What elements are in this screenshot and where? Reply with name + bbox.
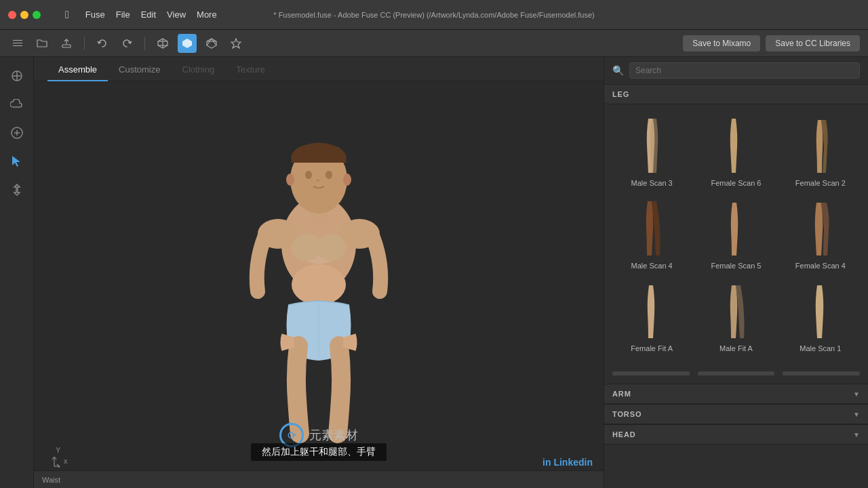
svg-point-30 xyxy=(316,234,346,261)
thumbnail-label: Female Fit A xyxy=(631,344,673,352)
titlebar-menu:  Fuse File Edit View More xyxy=(65,9,217,21)
tab-texture: Texture xyxy=(225,59,276,81)
toolbar-divider xyxy=(84,37,85,50)
chevron-down-icon: ▼ xyxy=(853,431,860,439)
thumbnail-male-scan-3 xyxy=(631,115,672,176)
svg-point-27 xyxy=(286,174,294,186)
left-sidebar xyxy=(0,57,34,488)
section-label-head: HEAD xyxy=(612,430,636,439)
thumbnail-label: Male Scan 3 xyxy=(631,179,673,187)
toolbar-divider2 xyxy=(144,37,145,50)
thumbnail-label: Male Fit A xyxy=(719,344,753,352)
sidebar-select-icon[interactable] xyxy=(5,149,29,174)
maximize-button[interactable] xyxy=(33,11,41,19)
svg-marker-19 xyxy=(14,184,20,195)
list-item[interactable]: Female Fit A xyxy=(610,275,694,358)
thumbnail-female-fit-a xyxy=(631,281,672,342)
toolbar-upload-button[interactable] xyxy=(57,34,76,53)
minimize-button[interactable] xyxy=(20,11,28,19)
search-input[interactable] xyxy=(629,62,860,79)
thumbnail-female-scan-6 xyxy=(715,115,756,176)
search-icon: 🔍 xyxy=(612,65,624,76)
section-header-leg[interactable]: LEG xyxy=(604,85,868,104)
toolbar-folder-button[interactable] xyxy=(33,34,52,53)
thumbnail-label: Male Scan 4 xyxy=(631,262,673,270)
tab-customize[interactable]: Customize xyxy=(108,59,171,81)
toolbar: Save to Mixamo Save to CC Libraries xyxy=(0,30,868,57)
thumbnail-male-fit-a xyxy=(715,281,756,342)
toolbar-home-button[interactable] xyxy=(8,34,27,53)
svg-point-31 xyxy=(292,264,346,305)
toolbar-redo-button[interactable] xyxy=(117,34,136,53)
list-item[interactable]: Female Scan 6 xyxy=(694,110,778,192)
svg-rect-0 xyxy=(13,40,22,41)
svg-rect-1 xyxy=(13,43,22,43)
thumbnail-label: Female Scan 2 xyxy=(795,179,846,187)
chevron-down-icon: ▼ xyxy=(853,411,860,418)
toolbar-undo-button[interactable] xyxy=(93,34,112,53)
thumbnail-female-scan-4 xyxy=(800,198,841,259)
thumbnail-label: Male Scan 1 xyxy=(800,344,841,352)
subtitle-overlay: 然后加上躯干和腿部、手臂 xyxy=(251,443,387,461)
thumbnail-label: Female Scan 6 xyxy=(711,179,762,187)
axis-y-label: Y xyxy=(56,446,68,454)
menu-view[interactable]: View xyxy=(167,9,186,20)
watermark-text: 元素素材 xyxy=(309,427,358,443)
list-item[interactable]: Female Scan 4 xyxy=(778,192,863,275)
menu-more[interactable]: More xyxy=(197,9,217,20)
list-item[interactable]: Male Fit A xyxy=(694,275,778,358)
axis-x-label: x xyxy=(64,457,68,465)
panel-content[interactable]: LEG Male Scan 3 Female Scan 6 xyxy=(604,85,868,488)
axis-indicator: Y x xyxy=(47,446,68,468)
leg-extra-row xyxy=(604,363,868,384)
sidebar-transform-icon[interactable] xyxy=(5,64,29,88)
svg-point-28 xyxy=(343,174,351,186)
section-header-head[interactable]: HEAD ▼ xyxy=(604,424,868,445)
tab-bar: Assemble Customize Clothing Texture xyxy=(34,57,604,81)
close-button[interactable] xyxy=(8,11,16,19)
right-panel: 🔍 LEG Male Scan 3 xyxy=(604,57,868,488)
toolbar-right-actions: Save to Mixamo Save to CC Libraries xyxy=(683,35,860,52)
thumbnail-label: Female Scan 4 xyxy=(795,262,846,270)
toolbar-solid-button[interactable] xyxy=(178,34,197,53)
svg-rect-2 xyxy=(13,45,22,46)
apple-logo-icon:  xyxy=(65,9,69,21)
svg-marker-11 xyxy=(231,39,241,48)
canvas-area[interactable]: Assemble Customize Clothing Texture xyxy=(34,57,604,488)
menu-fuse[interactable]: Fuse xyxy=(85,9,105,20)
traffic-lights xyxy=(8,11,41,19)
search-bar: 🔍 xyxy=(604,57,868,85)
list-item[interactable]: Male Scan 4 xyxy=(610,192,694,275)
window-title: * Fusemodel.fuse - Adobe Fuse CC (Previe… xyxy=(273,11,594,19)
tab-clothing: Clothing xyxy=(172,59,226,81)
menu-file[interactable]: File xyxy=(116,9,130,20)
toolbar-3d-button[interactable] xyxy=(153,34,172,53)
section-label-torso: TORSO xyxy=(612,410,642,418)
linkedin-badge: in Linkedin xyxy=(542,457,593,468)
save-to-mixamo-button[interactable]: Save to Mixamo xyxy=(683,35,760,52)
sidebar-add-icon[interactable] xyxy=(5,121,29,145)
list-item[interactable]: Female Scan 2 xyxy=(778,110,863,192)
svg-marker-18 xyxy=(12,156,20,167)
list-item[interactable]: Male Scan 1 xyxy=(778,275,863,358)
sidebar-cloud-icon[interactable] xyxy=(5,92,29,117)
section-header-arm[interactable]: ARM ▼ xyxy=(604,384,868,404)
menu-edit[interactable]: Edit xyxy=(141,9,156,20)
toolbar-wireframe-button[interactable] xyxy=(202,34,221,53)
svg-point-26 xyxy=(326,171,332,179)
list-item[interactable]: Male Scan 3 xyxy=(610,110,694,192)
section-header-torso[interactable]: TORSO ▼ xyxy=(604,404,868,424)
toolbar-star-button[interactable] xyxy=(226,34,245,53)
sidebar-move-icon[interactable] xyxy=(5,178,29,202)
save-to-cc-button[interactable]: Save to CC Libraries xyxy=(766,35,860,52)
tab-assemble[interactable]: Assemble xyxy=(47,59,108,81)
main-layout: Assemble Customize Clothing Texture xyxy=(0,57,868,488)
list-item[interactable]: Female Scan 5 xyxy=(694,192,778,275)
status-bar: Waist xyxy=(34,470,604,488)
svg-rect-3 xyxy=(62,45,71,47)
leg-grid: Male Scan 3 Female Scan 6 Female Scan 2 xyxy=(604,104,868,363)
thumbnail-male-scan-1 xyxy=(800,281,841,342)
thumbnail-female-scan-2 xyxy=(800,115,841,176)
thumbnail-male-scan-4 xyxy=(631,198,672,259)
titlebar:  Fuse File Edit View More * Fusemodel.f… xyxy=(0,0,868,30)
